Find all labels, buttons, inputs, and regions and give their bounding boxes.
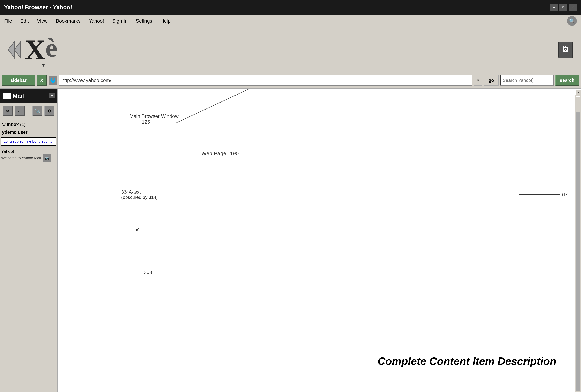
- menu-bar: File Edit View Bookmarks Yahoo! Sign In …: [0, 15, 581, 27]
- title-bar: Yahoo! Browser - Yahoo! ─ □ ✕: [0, 0, 581, 15]
- scrollbar-thumb[interactable]: [576, 96, 580, 113]
- annotation-line-browser: [176, 89, 251, 123]
- scrollbar-track: [576, 96, 580, 391]
- annotation-line-314: [519, 194, 560, 195]
- options-icon[interactable]: ⚙: [44, 106, 54, 116]
- maximize-button[interactable]: □: [559, 4, 568, 11]
- mail-dropdown-arrow[interactable]: ▼: [49, 93, 55, 98]
- go-button[interactable]: go: [484, 75, 498, 86]
- user-name: ydemo user: [2, 130, 28, 135]
- svg-marker-0: [8, 41, 14, 58]
- email-sender-2: Yahoo!: [1, 149, 56, 154]
- menu-help[interactable]: Help: [160, 18, 170, 24]
- annotation-line-334a: [140, 204, 140, 228]
- logo-x: X: [25, 35, 46, 64]
- inbox-label: ▽ Inbox (1): [2, 122, 26, 127]
- menu-settings[interactable]: Setings: [136, 18, 152, 24]
- browser-window: Main Browser Window 125 Web Page 190 334…: [58, 89, 581, 392]
- window-controls[interactable]: ─ □ ✕: [550, 4, 577, 11]
- menu-view[interactable]: View: [37, 18, 48, 24]
- browser-content: Main Browser Window 125 Web Page 190 334…: [58, 89, 581, 105]
- email-item-2[interactable]: Yahoo! Welcome to Yahoo! Mail 📷: [0, 147, 57, 164]
- email-item-selected[interactable]: Long subject line Long subject line Long…: [1, 137, 56, 146]
- address-icon: 🌐: [48, 76, 57, 85]
- annotation-arrow-334a: ↙: [136, 226, 140, 232]
- nav-back-forward[interactable]: [6, 39, 22, 60]
- svg-marker-1: [14, 41, 20, 58]
- reply-icon[interactable]: ↩: [15, 106, 25, 116]
- mail-header[interactable]: ✉ Mail ▼: [0, 89, 57, 103]
- address-bar[interactable]: [59, 75, 472, 86]
- address-dropdown[interactable]: ▼: [474, 75, 482, 86]
- browser-label: Main Browser Window: [130, 113, 178, 119]
- compose-icon[interactable]: ✏: [3, 106, 13, 116]
- browser-number: 125: [142, 119, 150, 125]
- browser-action-icon[interactable]: 🖼: [558, 41, 573, 58]
- sidebar: ✉ Mail ▼ ✏ ↩ 📎 ⚙ ▽ Inbox (1) ydemo user …: [0, 89, 58, 392]
- search-button[interactable]: search: [555, 75, 579, 86]
- label-obscured: (obscured by 314): [121, 195, 158, 200]
- complete-content-description: Complete Content Item Description: [378, 355, 556, 367]
- sidebar-icons: ✏ ↩ 📎 ⚙: [0, 103, 57, 119]
- sidebar-button[interactable]: sidebar: [2, 75, 35, 86]
- nav-arrows-icon: [6, 39, 22, 60]
- minimize-button[interactable]: ─: [550, 4, 558, 11]
- main-content: ✉ Mail ▼ ✏ ↩ 📎 ⚙ ▽ Inbox (1) ydemo user …: [0, 89, 581, 392]
- email-attachment-icon: 📷: [42, 154, 51, 162]
- webpage-number: 190: [230, 150, 238, 157]
- logo-xe: è: [46, 34, 57, 61]
- label-334a: 334A-text: [121, 189, 140, 195]
- annotation-308: 308: [144, 270, 152, 275]
- close-sidebar-button[interactable]: X: [36, 75, 47, 86]
- annotation-314: 314: [560, 191, 569, 197]
- scrollbar[interactable]: ▲: [575, 89, 581, 392]
- logo-dropdown-arrow[interactable]: ▼: [41, 63, 46, 68]
- email-preview-2: Welcome to Yahoo! Mail: [1, 156, 41, 160]
- webpage-label: Web Page: [202, 150, 226, 157]
- menu-signin[interactable]: Sign In: [112, 18, 128, 24]
- scroll-up-button[interactable]: ▲: [575, 89, 581, 95]
- menu-file[interactable]: File: [4, 18, 12, 24]
- search-input[interactable]: [500, 75, 554, 86]
- webpage-annotation: Web Page 190: [202, 150, 239, 157]
- mail-label: Mail: [13, 93, 24, 99]
- attach-icon[interactable]: 📎: [32, 106, 42, 116]
- label-308: 308: [144, 270, 152, 275]
- menu-bookmarks[interactable]: Bookmarks: [56, 18, 80, 24]
- menu-icon: 🔍: [567, 16, 577, 26]
- email-subject[interactable]: Long subject line Long subject line Long…: [2, 138, 56, 145]
- annotation-334a: 334A-text (obscured by 314): [121, 189, 158, 200]
- inbox-header: ▽ Inbox (1): [0, 119, 57, 129]
- menu-edit[interactable]: Edit: [20, 18, 29, 24]
- window-title: Yahoo! Browser - Yahoo!: [4, 4, 72, 11]
- inbox-user: ydemo user: [0, 129, 57, 137]
- menu-yahoo[interactable]: Yahoo!: [89, 18, 104, 24]
- mail-icon: ✉: [3, 93, 11, 99]
- complete-content-label: Complete Content Item Description: [378, 355, 556, 367]
- label-314: 314: [560, 191, 569, 197]
- annotation-browser-window: Main Browser Window 125: [130, 113, 178, 125]
- close-button[interactable]: ✕: [569, 4, 577, 11]
- logo-container: X è: [6, 35, 57, 64]
- logo-area: X è ▼ 🖼: [0, 27, 581, 72]
- toolbar: sidebar X 🌐 ▼ go search: [0, 72, 581, 89]
